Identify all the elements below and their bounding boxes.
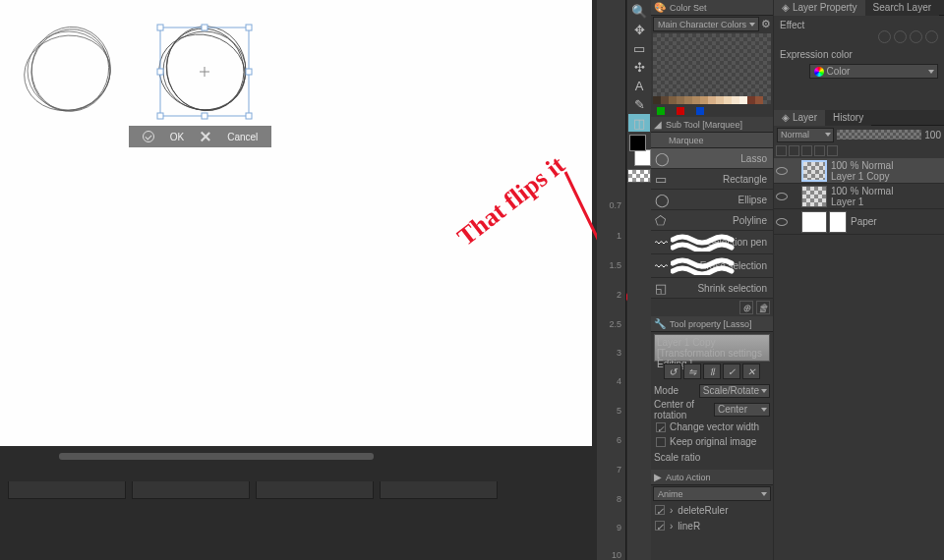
tab-layer-property[interactable]: ◈Layer Property <box>774 0 865 16</box>
autoaction-item[interactable]: ✓›deleteRuler <box>651 502 773 518</box>
effect-border-icon[interactable] <box>878 30 891 43</box>
flip-horizontal-icon[interactable]: ⇋ <box>683 364 701 379</box>
color-swatch[interactable] <box>732 96 739 104</box>
layer-row[interactable]: Paper <box>774 209 944 235</box>
color-swatch-grid[interactable] <box>653 33 771 104</box>
tool-move[interactable]: ✥ <box>628 21 650 38</box>
tab-layer[interactable]: ◈Layer <box>774 110 825 126</box>
opacity-slider[interactable] <box>837 130 921 140</box>
subtool-item-polyline[interactable]: ⬠Polyline <box>651 210 773 231</box>
subtool-item-rectangle[interactable]: ▭Rectangle <box>651 169 773 190</box>
subtool-shape-icon: 〰 <box>655 259 669 273</box>
fg-bg-color[interactable] <box>629 135 651 166</box>
doc-tab[interactable] <box>132 481 250 499</box>
expression-color-dropdown[interactable]: Color <box>809 64 938 79</box>
tool-operation[interactable]: ▭ <box>628 39 650 57</box>
tool-marquee[interactable]: ◫ <box>628 114 650 132</box>
expand-icon[interactable]: › <box>670 521 673 532</box>
color-swatch[interactable] <box>684 96 692 104</box>
blend-mode-dropdown[interactable]: Normal <box>777 128 834 142</box>
color-swatch[interactable] <box>747 96 755 104</box>
subtool-title: Sub Tool [Marquee] <box>666 120 742 130</box>
layer-thumbnail[interactable] <box>801 211 827 233</box>
scroll-thumb[interactable] <box>59 453 374 460</box>
color-swatch[interactable] <box>661 96 669 104</box>
color-swatch[interactable] <box>724 96 732 104</box>
flip-vertical-icon[interactable]: ⥮ <box>703 364 721 379</box>
cancel-icon[interactable]: ✕ <box>742 364 760 379</box>
layer-row[interactable]: 100 % NormalLayer 1 <box>774 184 944 209</box>
autoaction-set-dropdown[interactable]: Anime <box>653 486 771 501</box>
subtool-item-lasso[interactable]: ◯Lasso <box>651 148 773 169</box>
doc-tab[interactable] <box>380 481 498 499</box>
visibility-eye-icon[interactable] <box>776 217 786 227</box>
color-swatch[interactable] <box>653 96 661 104</box>
doc-tab[interactable] <box>256 481 374 499</box>
subtool-item-erase-selection[interactable]: 〰Erase selection <box>651 254 773 278</box>
effect-extract-icon[interactable] <box>925 30 938 43</box>
color-swatch[interactable] <box>739 96 747 104</box>
color-set-menu-icon[interactable]: ⚙ <box>761 18 771 30</box>
subtool-item-shrink-selection[interactable]: ◱Shrink selection <box>651 278 773 299</box>
mask-icon[interactable] <box>814 145 825 156</box>
ok-button[interactable]: OK <box>170 132 184 142</box>
middle-panel-column: 🎨 Color Set Main Character Colors ⚙ ◢ Su… <box>651 0 773 560</box>
keep-original-check[interactable]: Keep original image <box>654 434 770 449</box>
tool-move-layer[interactable]: ✣ <box>628 58 650 76</box>
checkbox-icon[interactable]: ✓ <box>655 521 665 531</box>
color-swatch[interactable] <box>692 96 700 104</box>
transform-bounding-box[interactable] <box>157 25 252 119</box>
tab-search-layer[interactable]: Search Layer <box>865 0 939 16</box>
tool-pen[interactable]: ✎ <box>628 95 650 113</box>
layer-mask-thumb[interactable] <box>829 211 847 233</box>
sketch-circle-2-selected[interactable] <box>150 18 255 122</box>
layer-row[interactable]: 100 % NormalLayer 1 Copy <box>774 158 944 184</box>
ok-check-icon[interactable] <box>143 131 154 142</box>
canvas-h-scroll[interactable] <box>0 451 592 463</box>
color-swatch[interactable] <box>700 96 708 104</box>
lock-icon[interactable] <box>789 145 799 156</box>
tool-magnifier[interactable]: 🔍 <box>628 2 650 20</box>
color-swatch[interactable] <box>716 96 724 104</box>
subtool-delete-icon[interactable]: 🗑 <box>756 301 770 314</box>
rotate-ccw-icon[interactable]: ↺ <box>664 364 681 379</box>
color-swatch[interactable] <box>708 96 716 104</box>
subtool-item-ellipse[interactable]: ◯Ellipse <box>651 190 773 210</box>
visibility-eye-icon[interactable] <box>776 192 786 201</box>
change-vector-width-check[interactable]: Change vector width <box>654 420 770 434</box>
color-swatch[interactable] <box>669 96 677 104</box>
confirm-icon[interactable]: ✓ <box>723 364 740 379</box>
cancel-button[interactable]: Cancel <box>227 132 258 142</box>
ruler-tick: 6 <box>617 435 621 445</box>
cancel-x-icon[interactable] <box>200 131 211 142</box>
checkbox-icon[interactable]: ✓ <box>655 505 665 515</box>
visibility-eye-icon[interactable] <box>776 166 786 176</box>
ruler-icon[interactable] <box>827 145 838 156</box>
layer-thumbnail[interactable] <box>801 160 827 182</box>
subtool-item-selection-pen[interactable]: 〰Selection pen <box>651 231 773 254</box>
effect-color-icon[interactable] <box>910 30 922 43</box>
transparent-swatch[interactable] <box>627 169 651 183</box>
lock-alpha-icon[interactable] <box>801 145 812 156</box>
tool-text-a[interactable]: A <box>628 77 650 94</box>
tab-history[interactable]: History <box>825 110 871 126</box>
effect-tone-icon[interactable] <box>894 30 907 43</box>
ruler-tick: 5 <box>617 406 621 416</box>
mode-dropdown[interactable]: Scale/Rotate <box>699 384 770 398</box>
svg-rect-12 <box>157 69 163 75</box>
effect-icon-row <box>780 30 938 43</box>
autoaction-item[interactable]: ✓›lineR <box>651 518 773 533</box>
expand-icon[interactable]: › <box>670 505 673 516</box>
clip-icon[interactable] <box>776 145 787 156</box>
color-preset-dropdown[interactable]: Main Character Colors <box>653 17 759 31</box>
subtool-shape-icon: ◱ <box>655 281 669 295</box>
color-swatch[interactable] <box>677 96 684 104</box>
layer-thumbnail[interactable] <box>801 186 827 207</box>
subtool-group-marquee[interactable]: Marquee <box>651 133 773 148</box>
color-set-title: Color Set <box>670 3 707 13</box>
color-swatch[interactable] <box>755 96 763 104</box>
subtool-add-icon[interactable]: ⊕ <box>739 301 753 314</box>
center-dropdown[interactable]: Center <box>714 403 770 417</box>
doc-tab[interactable] <box>8 481 126 499</box>
svg-point-3 <box>20 19 120 123</box>
